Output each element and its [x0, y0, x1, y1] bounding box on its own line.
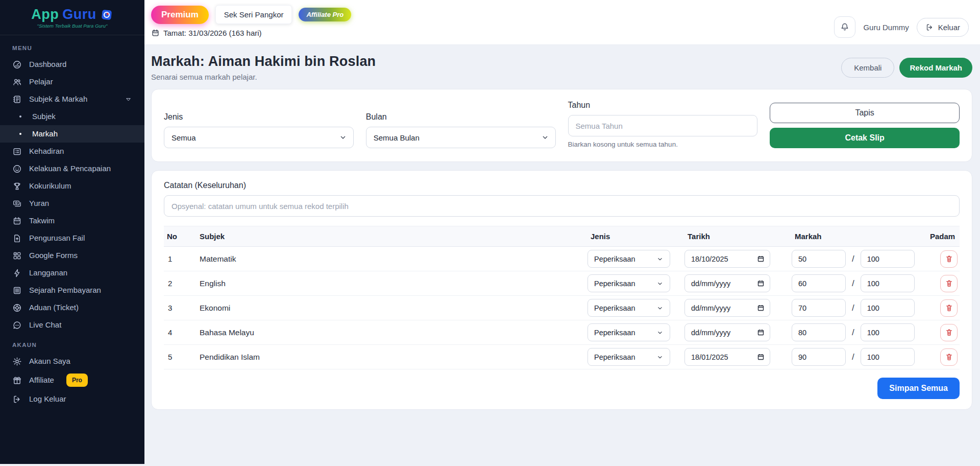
trash-icon [945, 353, 953, 361]
akaun-section-label: AKAUN [0, 334, 144, 353]
sidebar-item-langganan[interactable]: Langganan [0, 264, 144, 282]
sidebar-item-label: Kehadiran [29, 146, 64, 156]
score-input[interactable] [792, 250, 846, 268]
calendar-icon [151, 29, 160, 37]
score-separator: / [852, 352, 854, 362]
record-marks-button[interactable]: Rekod Markah [899, 58, 972, 78]
bulan-label: Bulan [366, 112, 556, 122]
sidebar-item-kehadiran[interactable]: Kehadiran [0, 143, 144, 160]
sidebar-item-akaun-saya[interactable]: Akaun Saya [0, 353, 144, 370]
max-score-input[interactable] [861, 274, 915, 292]
score-input[interactable] [792, 274, 846, 292]
jenis-select[interactable]: Peperiksaan [587, 299, 670, 317]
logout-button[interactable]: Keluar [917, 18, 969, 37]
back-button[interactable]: Kembali [841, 58, 894, 78]
sidebar-item-label: Takwim [29, 216, 55, 226]
sidebar-item-label: Log Keluar [29, 394, 66, 404]
max-score-input[interactable] [861, 323, 915, 341]
date-input[interactable]: dd/mm/yyyy [684, 274, 770, 292]
logout-icon [925, 23, 934, 32]
date-input[interactable]: dd/mm/yyyy [684, 299, 770, 317]
save-all-button[interactable]: Simpan Semua [877, 378, 960, 399]
subscription-expiry: Tamat: 31/03/2026 (163 hari) [151, 29, 351, 37]
date-picker-icon[interactable] [757, 304, 765, 312]
notifications-button[interactable] [834, 16, 855, 38]
sidebar-item-dashboard[interactable]: Dashboard [0, 56, 144, 73]
sidebar-item-affiliate[interactable]: Affiliate Pro [0, 370, 144, 390]
jenis-select[interactable]: Semua [164, 127, 354, 148]
col-header-tarikh: Tarikh [684, 226, 792, 246]
sidebar-item-label: Live Chat [29, 320, 61, 330]
delete-row-button[interactable] [940, 348, 958, 366]
sidebar-item-subjek[interactable]: Subjek [0, 108, 144, 125]
bulan-select[interactable]: Semua Bulan [366, 127, 556, 148]
marks-card: Catatan (Keseluruhan) No Subjek Jenis Ta… [151, 170, 972, 410]
sidebar-item-log-keluar[interactable]: Log Keluar [0, 390, 144, 408]
app-logo-icon [100, 8, 113, 21]
sidebar-item-aduan[interactable]: Aduan (Ticket) [0, 299, 144, 316]
date-input[interactable]: dd/mm/yyyy [684, 323, 770, 341]
sidebar-item-label: Kelakuan & Pencapaian [29, 164, 111, 174]
col-header-subjek: Subjek [197, 226, 587, 246]
sidebar-item-subjek-markah[interactable]: Subjek & Markah [0, 90, 144, 108]
sidebar-item-label: Google Forms [29, 250, 78, 261]
delete-row-button[interactable] [940, 299, 958, 317]
students-icon [12, 77, 22, 87]
sidebar-item-kelakuan[interactable]: Kelakuan & Pencapaian [0, 160, 144, 177]
date-picker-icon[interactable] [757, 353, 765, 361]
row-number: 5 [164, 353, 197, 361]
dashboard-icon [12, 60, 22, 69]
sidebar-item-label: Subjek [32, 111, 56, 122]
table-row: 3 Ekonomi Peperiksaan dd/mm/yyyy / [164, 296, 960, 320]
bell-icon [840, 22, 850, 32]
sidebar-item-markah[interactable]: Markah [0, 125, 144, 143]
sidebar-item-live-chat[interactable]: Live Chat [0, 316, 144, 334]
row-number: 2 [164, 279, 197, 288]
filter-button[interactable]: Tapis [770, 103, 960, 123]
jenis-select[interactable]: Peperiksaan [587, 323, 670, 341]
catatan-input[interactable] [164, 195, 960, 217]
score-separator: / [852, 328, 854, 338]
filter-card: Jenis Semua Bulan Semua Bulan [151, 89, 972, 162]
score-input[interactable] [792, 348, 846, 366]
max-score-input[interactable] [861, 250, 915, 268]
tahun-helper-text: Biarkan kosong untuk semua tahun. [568, 141, 758, 148]
delete-row-button[interactable] [940, 324, 958, 341]
trash-icon [945, 328, 953, 337]
table-row: 1 Matematik Peperiksaan 18/10/2025 / [164, 247, 960, 271]
smiley-icon [12, 164, 22, 174]
max-score-input[interactable] [861, 348, 915, 366]
sidebar-item-kokurikulum[interactable]: Kokurikulum [0, 177, 144, 195]
sidebar-item-takwim[interactable]: Takwim [0, 212, 144, 229]
save-row: Simpan Semua [164, 369, 960, 399]
bullet-icon [19, 115, 21, 118]
print-slip-button[interactable]: Cetak Slip [770, 128, 960, 148]
sidebar-item-pengurusan-fail[interactable]: Pengurusan Fail [0, 229, 144, 247]
sidebar-item-pelajar[interactable]: Pelajar [0, 73, 144, 90]
pro-badge: Pro [66, 374, 88, 387]
sidebar-item-yuran[interactable]: Yuran [0, 195, 144, 212]
tahun-input[interactable] [568, 115, 758, 136]
sidebar-item-label: Markah [32, 129, 58, 139]
sidebar-item-sejarah-pembayaran[interactable]: Sejarah Pembayaran [0, 282, 144, 299]
col-header-no: No [164, 226, 197, 246]
delete-row-button[interactable] [940, 250, 958, 268]
score-input[interactable] [792, 323, 846, 341]
date-picker-icon[interactable] [757, 329, 765, 336]
calendar-icon [12, 216, 22, 226]
date-input[interactable]: 18/01/2025 [684, 348, 770, 366]
jenis-select[interactable]: Peperiksaan [587, 250, 670, 268]
row-number: 3 [164, 304, 197, 312]
jenis-select[interactable]: Peperiksaan [587, 348, 670, 366]
jenis-select[interactable]: Peperiksaan [587, 274, 670, 292]
delete-row-button[interactable] [940, 275, 958, 292]
score-input[interactable] [792, 299, 846, 317]
triangle-down-icon [125, 96, 132, 103]
app-logo: AppGuru "Sistem Terbaik Buat Para Guru" [0, 0, 144, 35]
sidebar-item-google-forms[interactable]: Google Forms [0, 247, 144, 264]
date-picker-icon[interactable] [757, 279, 765, 287]
sidebar-item-label: Akaun Saya [29, 356, 70, 366]
date-picker-icon[interactable] [757, 255, 765, 263]
date-input[interactable]: 18/10/2025 [684, 250, 770, 268]
max-score-input[interactable] [861, 299, 915, 317]
